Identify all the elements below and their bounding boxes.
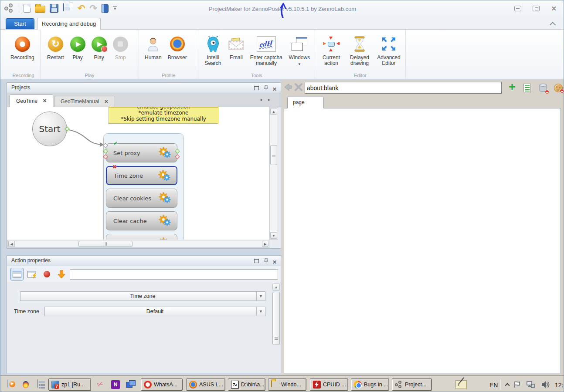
windows-button[interactable]: Windows ▾	[287, 34, 312, 67]
action-properties-header: Action properties ✕	[7, 256, 281, 266]
sticky-note[interactable]: emulate geoposition *emulate timezone *S…	[109, 107, 218, 124]
action-center-flag-icon[interactable]	[513, 381, 521, 389]
panel-restore-icon[interactable]	[253, 257, 260, 264]
cpuid-icon	[313, 381, 321, 389]
calculator-icon[interactable]	[37, 379, 38, 388]
project-tabs: GeoTime✕ GeoTimeManual✕ ◂▸	[7, 93, 281, 107]
panel-pin-icon[interactable]	[262, 84, 269, 91]
firefox-icon	[189, 381, 197, 389]
stop-button[interactable]: Stop	[112, 34, 129, 61]
current-action-button[interactable]: Current action	[319, 34, 344, 67]
human-icon	[146, 36, 160, 52]
window-title: ProjectMaker for ZennoPoster v5.10.5.1 b…	[0, 6, 564, 12]
record-icon	[15, 37, 30, 52]
advanced-editor-button[interactable]: Advanced Editor	[375, 34, 402, 67]
code-view-button[interactable]	[25, 268, 38, 280]
panel-pin-icon[interactable]	[262, 257, 269, 264]
scissors-icon[interactable]: ✂	[96, 379, 105, 390]
start-node[interactable]: Start	[32, 112, 67, 146]
page-list-icon[interactable]	[523, 84, 531, 92]
action-properties-toolbar	[7, 266, 281, 282]
action-block-clear-cookies[interactable]: Clear cookies	[106, 189, 177, 208]
tab-start[interactable]: Start	[6, 18, 34, 29]
timezone-field-label: Time zone	[14, 308, 39, 314]
taskbar-button-zp1[interactable]: zp1 [Ru...	[48, 378, 91, 391]
restore-button[interactable]	[533, 6, 540, 11]
panel-close-icon[interactable]: ✕	[271, 257, 278, 264]
timezone-value-combo[interactable]: Default ▼	[44, 307, 265, 316]
taskbar-button-cpuid[interactable]: CPUID ...	[310, 378, 348, 391]
scroll-right-icon[interactable]: ▶	[262, 241, 268, 247]
taskbar-button-whatsapp[interactable]: WhatsA...	[141, 378, 183, 391]
scroll-thumb[interactable]	[272, 292, 280, 345]
canvas-vscrollbar[interactable]: ▲ ▼	[269, 107, 278, 240]
record-action-button[interactable]	[40, 268, 53, 280]
collapse-ribbon-icon[interactable]	[550, 22, 556, 26]
canvas-hscrollbar[interactable]: ◀ ▶	[7, 240, 269, 248]
close-button[interactable]: ✕	[551, 6, 557, 11]
network-icon[interactable]	[526, 381, 535, 389]
panel-close-icon[interactable]: ✕	[271, 84, 278, 91]
tab-recording-and-debug[interactable]: Recording and debug	[37, 18, 101, 30]
tab-geotime[interactable]: GeoTime✕	[10, 95, 53, 107]
taskbar-button-windows-folder[interactable]: Windo...	[268, 378, 306, 391]
scroll-thumb[interactable]	[78, 241, 133, 247]
browser-tab-page[interactable]: page	[287, 97, 324, 108]
delayed-drawing-button[interactable]: Delayed drawing	[347, 34, 373, 67]
action-search-input[interactable]	[70, 269, 278, 280]
human-button[interactable]: Human	[143, 34, 163, 61]
browser-button[interactable]: Browser	[166, 34, 188, 61]
close-tab-icon[interactable]: ✕	[43, 98, 47, 104]
scroll-down-icon[interactable]: ▼	[270, 232, 277, 239]
speaker-icon[interactable]	[541, 380, 550, 389]
apply-down-button[interactable]	[55, 268, 68, 280]
group-label-editor: Editor	[315, 73, 405, 78]
add-tab-icon[interactable]: +	[509, 81, 516, 94]
minimize-button[interactable]	[514, 6, 521, 11]
action-block-partial[interactable]	[106, 234, 177, 240]
orange-down-arrow-icon	[58, 270, 65, 279]
clock[interactable]: 12:	[555, 382, 563, 389]
back-arrow-icon[interactable]	[283, 82, 293, 92]
taskbar-button-bugs[interactable]: Bugs in ...	[351, 378, 389, 391]
enter-captcha-button[interactable]: edH Enter captcha manually	[248, 34, 284, 67]
intelli-search-button[interactable]: Intelli Search	[202, 34, 224, 67]
properties-view-button[interactable]	[10, 268, 24, 280]
action-type-combo[interactable]: Time zone ▼	[20, 291, 265, 301]
clear-database-icon[interactable]	[539, 83, 547, 93]
minus-badge	[545, 90, 549, 94]
url-input[interactable]	[305, 82, 502, 94]
close-tab-icon[interactable]: ✕	[104, 99, 108, 105]
play-button[interactable]: Play	[69, 34, 87, 61]
notes-pen-icon[interactable]	[455, 380, 467, 389]
props-vscrollbar[interactable]: ▲	[272, 284, 281, 372]
clear-cookies-icon[interactable]	[554, 84, 563, 92]
chevron-down-icon[interactable]: ▼	[256, 307, 265, 316]
chevron-down-icon[interactable]: ▼	[256, 292, 265, 301]
scroll-thumb[interactable]	[270, 145, 277, 165]
action-block-clear-cache[interactable]: Clear cache	[106, 211, 177, 230]
group-label-play: Play	[41, 73, 139, 78]
email-button[interactable]: Email	[227, 34, 246, 61]
browser-content[interactable]	[284, 108, 561, 373]
taskbar-button-projectmaker[interactable]: Project...	[392, 378, 432, 391]
restart-button[interactable]: ↻ Restart	[46, 34, 65, 61]
taskbar: zp1 [Ru... ✂ N WhatsA... ASUS L... 7z D:…	[0, 376, 564, 392]
stop-load-icon[interactable]	[294, 82, 303, 92]
advanced-editor-icon	[381, 37, 396, 51]
taskbar-button-7zip[interactable]: 7z D:\bin\a...	[228, 378, 265, 391]
language-indicator[interactable]: EN	[489, 382, 498, 389]
media-player-icon[interactable]	[7, 379, 8, 388]
panel-restore-icon[interactable]	[253, 84, 260, 91]
tab-geotimemanual[interactable]: GeoTimeManual✕	[54, 96, 115, 107]
show-hidden-icons-chevron[interactable]	[505, 382, 510, 387]
remote-desktop-icon[interactable]	[126, 380, 135, 389]
play-step-button[interactable]: Play	[90, 34, 108, 61]
recording-button[interactable]: Recording	[9, 34, 36, 61]
taskbar-button-asus[interactable]: ASUS L...	[186, 378, 225, 391]
scroll-up-icon[interactable]: ▲	[272, 284, 280, 291]
onenote-icon[interactable]: N	[111, 380, 120, 389]
scroll-up-icon[interactable]: ▲	[270, 108, 277, 115]
scroll-left-icon[interactable]: ◀	[8, 241, 15, 247]
tab-scroll-arrows[interactable]: ◂▸	[260, 97, 276, 102]
